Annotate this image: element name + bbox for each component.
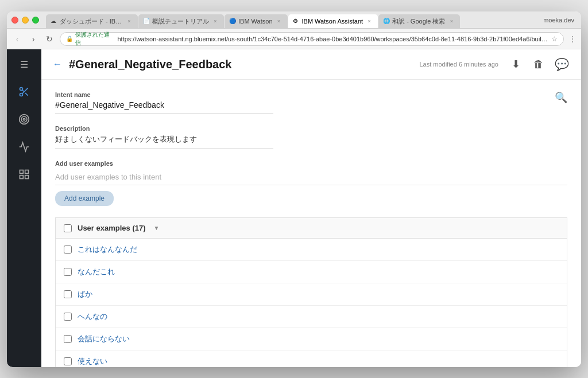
table-row[interactable]: なんだこれ — [56, 261, 567, 283]
add-examples-input[interactable] — [55, 169, 567, 185]
reload-button[interactable]: ↻ — [44, 34, 55, 44]
url-text: https://watson-assistant.ng.bluemix.net/… — [117, 36, 549, 42]
address-bar[interactable]: 🔒 保護された通信 https://watson-assistant.ng.bl… — [60, 32, 564, 46]
tab-favicon: ⚙ — [293, 18, 300, 25]
browser-tab-tab2[interactable]: 📄概説チュートリアル× — [138, 14, 224, 28]
svg-rect-11 — [25, 176, 29, 179]
browser-tab-tab1[interactable]: ☁ダッシュボード - IBM Cloud× — [46, 14, 138, 28]
tab-label: ダッシュボード - IBM Cloud — [60, 17, 123, 26]
tab-favicon: 🔵 — [229, 18, 236, 25]
row-checkbox[interactable] — [64, 313, 72, 321]
row-checkbox[interactable] — [64, 290, 72, 298]
tab-label: IBM Watson Assistant — [302, 18, 363, 25]
profile-label: moeka.dev — [543, 17, 577, 24]
sidebar-hamburger-button[interactable]: ☰ — [14, 54, 34, 75]
example-text: なんだこれ — [78, 267, 115, 277]
table-row[interactable]: これはなんなんだ — [56, 239, 567, 261]
tab-close-icon[interactable]: × — [125, 17, 133, 25]
chat-button[interactable]: 💬 — [554, 56, 570, 72]
browser-tab-tab4[interactable]: ⚙IBM Watson Assistant× — [288, 14, 378, 28]
intent-name-section: Intent name #General_Negative_Feedback — [55, 91, 567, 114]
svg-rect-10 — [20, 176, 24, 179]
description-section: Description 好ましくないフィードバックを表現します — [55, 125, 567, 149]
main-header: ← #General_Negative_Feedback Last modifi… — [41, 49, 581, 80]
bookmark-icon[interactable]: ☆ — [551, 35, 558, 43]
minimize-button[interactable] — [22, 17, 29, 24]
add-examples-label: Add user examples — [55, 160, 567, 167]
main-content: ← #General_Negative_Feedback Last modifi… — [41, 49, 581, 367]
svg-rect-8 — [20, 170, 24, 174]
maximize-button[interactable] — [32, 17, 39, 24]
example-text: これはなんなんだ — [78, 244, 137, 255]
examples-table: User examples (17) ▼ これはなんなんだなんだこればかへんなの… — [55, 217, 567, 367]
examples-count-label: User examples (17) — [78, 224, 146, 232]
row-checkbox[interactable] — [64, 357, 72, 365]
table-row[interactable]: 会話にならない — [56, 328, 567, 350]
add-example-button[interactable]: Add example — [55, 191, 114, 206]
sidebar-item-analytics[interactable] — [11, 134, 37, 159]
svg-point-0 — [20, 88, 23, 91]
delete-button[interactable]: 🗑 — [531, 56, 547, 72]
page-title: #General_Negative_Feedback — [69, 58, 419, 71]
addressbar: ‹ › ↻ 🔒 保護された通信 https://watson-assistant… — [7, 29, 581, 49]
tab-label: IBM Watson — [238, 18, 273, 25]
more-options-icon[interactable]: ⋮ — [568, 34, 577, 44]
browser-tab-tab5[interactable]: 🌐和訳 - Google 検索× — [378, 14, 460, 28]
example-text: 使えない — [78, 356, 107, 367]
tab-favicon: ☁ — [51, 18, 57, 25]
row-checkbox[interactable] — [64, 335, 72, 343]
tab-close-icon[interactable]: × — [211, 17, 219, 25]
header-actions: ⬇ 🗑 💬 — [508, 56, 570, 72]
row-checkbox[interactable] — [64, 268, 72, 276]
add-examples-section: Add user examples Add example — [55, 160, 567, 206]
description-label: Description — [55, 125, 567, 132]
browser-window: ☁ダッシュボード - IBM Cloud×📄概説チュートリアル×🔵IBM Wat… — [7, 11, 581, 367]
examples-table-header: User examples (17) ▼ — [56, 218, 567, 239]
tab-close-icon[interactable]: × — [275, 17, 283, 25]
intent-name-label: Intent name — [55, 91, 567, 98]
svg-point-6 — [21, 116, 27, 122]
svg-rect-9 — [25, 170, 29, 174]
sort-icon[interactable]: ▼ — [154, 225, 160, 231]
sidebar: ☰ — [7, 49, 41, 367]
back-nav-button[interactable]: ‹ — [11, 34, 23, 44]
app-container: ☰ ← #General_Negative_Feedback Last modi… — [7, 49, 581, 367]
sidebar-item-target[interactable] — [11, 107, 37, 132]
svg-line-3 — [25, 93, 28, 96]
download-button[interactable]: ⬇ — [508, 56, 524, 72]
search-icon[interactable]: 🔍 — [555, 91, 567, 104]
example-text: 会話にならない — [78, 334, 130, 344]
tab-close-icon[interactable]: × — [447, 17, 455, 25]
content-area: 🔍 Intent name #General_Negative_Feedback… — [41, 80, 581, 367]
tab-label: 和訳 - Google 検索 — [392, 17, 445, 26]
back-button[interactable]: ← — [53, 59, 62, 69]
svg-point-1 — [20, 93, 23, 96]
intent-name-value[interactable]: #General_Negative_Feedback — [55, 100, 273, 114]
hamburger-icon: ☰ — [20, 59, 28, 70]
description-value[interactable]: 好ましくないフィードバックを表現します — [55, 134, 273, 149]
select-all-checkbox[interactable] — [64, 224, 72, 232]
example-text: ばか — [78, 289, 92, 299]
tab-label: 概説チュートリアル — [152, 17, 209, 26]
secure-icon: 🔒 — [66, 36, 73, 42]
tab-favicon: 📄 — [143, 18, 150, 25]
table-row[interactable]: 使えない — [56, 350, 567, 367]
tab-close-icon[interactable]: × — [365, 17, 373, 25]
sidebar-item-grid[interactable] — [11, 162, 37, 187]
sidebar-item-scissors[interactable] — [11, 79, 37, 104]
content-wrapper: 🔍 Intent name #General_Negative_Feedback… — [55, 91, 567, 367]
traffic-lights — [11, 17, 39, 24]
last-modified-label: Last modified 6 minutes ago — [419, 61, 498, 68]
row-checkbox[interactable] — [64, 245, 72, 254]
secure-label: 保護された通信 — [75, 31, 114, 47]
svg-line-4 — [22, 90, 24, 92]
browser-tabs: ☁ダッシュボード - IBM Cloud×📄概説チュートリアル×🔵IBM Wat… — [46, 11, 543, 28]
example-text: へんなの — [78, 311, 107, 322]
table-row[interactable]: へんなの — [56, 306, 567, 328]
table-row[interactable]: ばか — [56, 283, 567, 306]
svg-point-7 — [23, 118, 25, 120]
browser-tab-tab3[interactable]: 🔵IBM Watson× — [225, 14, 288, 28]
forward-nav-button[interactable]: › — [28, 34, 39, 44]
titlebar: ☁ダッシュボード - IBM Cloud×📄概説チュートリアル×🔵IBM Wat… — [7, 11, 581, 29]
close-button[interactable] — [11, 17, 18, 24]
